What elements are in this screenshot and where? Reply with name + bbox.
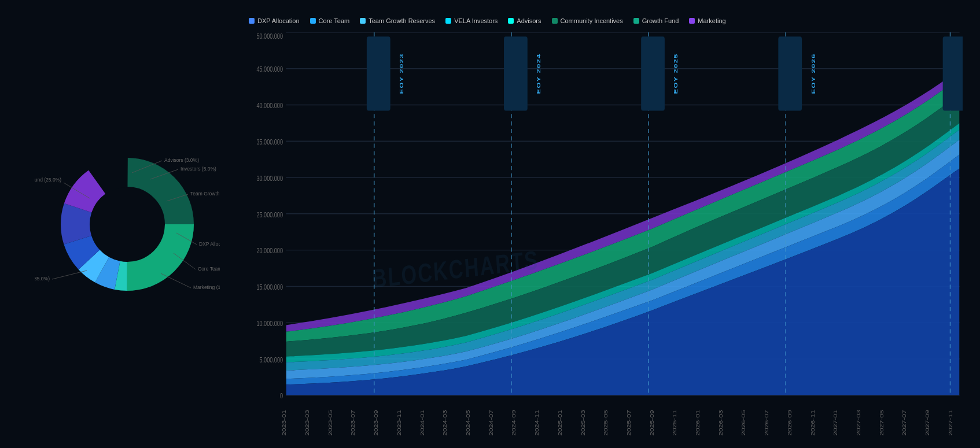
legend-item-dxp: DXP Allocation	[249, 17, 300, 24]
svg-text:2027-09: 2027-09	[924, 410, 930, 436]
svg-text:2026-03: 2026-03	[717, 410, 723, 436]
eoy-2024-badge	[504, 36, 528, 110]
legend-color-growthfund	[633, 18, 639, 24]
legend-item-teamgrowth: Team Growth Reserves	[360, 17, 435, 24]
svg-text:2025-03: 2025-03	[580, 410, 585, 436]
donut-label-investors: Investors (5.0%)	[180, 166, 216, 172]
legend-label-dxp: DXP Allocation	[257, 17, 300, 24]
svg-text:2027-05: 2027-05	[878, 410, 884, 436]
svg-line-8	[52, 271, 87, 279]
eoy-2024-label: EOY 2024	[536, 53, 541, 94]
svg-text:2024-11: 2024-11	[534, 410, 540, 436]
eoy-2027-badge	[943, 36, 963, 110]
svg-text:2024-09: 2024-09	[511, 410, 517, 436]
donut-label-advisors: Advisors (3.0%)	[164, 157, 199, 163]
donut-label-marketing: Marketing (10.0%)	[193, 284, 220, 290]
legend-color-advisors	[508, 18, 514, 24]
eoy-2026-badge	[778, 36, 802, 110]
legend-item-coreteam: Core Team	[310, 17, 350, 24]
eoy-2025-badge	[641, 36, 665, 110]
svg-text:45.000.000: 45.000.000	[256, 65, 283, 73]
eoy-2023-label: EOY 2023	[399, 53, 404, 94]
legend-color-community	[552, 18, 558, 24]
x-axis-labels: 2023-01 2023-03 2023-05 2023-07 2023-09 …	[281, 410, 953, 436]
svg-text:10.000.000: 10.000.000	[256, 320, 283, 328]
svg-text:2027-11: 2027-11	[947, 410, 953, 436]
eoy-2026-label: EOY 2026	[810, 53, 816, 94]
svg-text:2024-07: 2024-07	[488, 410, 493, 436]
donut-label-coreteam: Core Team (10.0%)	[198, 266, 220, 272]
donut-svg: Community Incentives (35.0%) Growth Fund…	[35, 132, 220, 317]
svg-text:2026-07: 2026-07	[764, 410, 769, 436]
svg-text:20.000.000: 20.000.000	[256, 247, 283, 255]
svg-text:2023-03: 2023-03	[304, 410, 310, 436]
donut-chart: Community Incentives (35.0%) Growth Fund…	[35, 132, 220, 317]
svg-text:2027-03: 2027-03	[855, 410, 861, 436]
svg-text:2024-01: 2024-01	[419, 410, 425, 436]
donut-hole	[90, 187, 164, 261]
chart-legend: DXP Allocation Core Team Team Growth Res…	[249, 17, 963, 24]
legend-color-coreteam	[310, 18, 316, 24]
svg-text:2025-09: 2025-09	[649, 410, 654, 436]
legend-color-dxp	[249, 18, 255, 24]
donut-section: Community Incentives (35.0%) Growth Fund…	[17, 132, 237, 317]
svg-text:30.000.000: 30.000.000	[256, 174, 283, 182]
svg-text:2026-05: 2026-05	[740, 410, 746, 436]
svg-text:2024-05: 2024-05	[465, 410, 471, 436]
donut-label-community: Community Incentives (35.0%)	[35, 276, 50, 282]
legend-item-marketing: Marketing	[689, 17, 725, 24]
svg-text:2026-11: 2026-11	[809, 410, 815, 436]
svg-text:2023-01: 2023-01	[281, 410, 287, 436]
svg-text:2025-05: 2025-05	[603, 410, 609, 436]
legend-item-growthfund: Growth Fund	[633, 17, 679, 24]
svg-text:2023-07: 2023-07	[350, 410, 356, 436]
donut-label-dxp: DXP Allocation (7.0%)	[199, 241, 220, 247]
legend-label-community: Community Incentives	[561, 17, 623, 24]
legend-color-marketing	[689, 18, 695, 24]
legend-label-vela: VELA Investors	[454, 17, 498, 24]
legend-label-growthfund: Growth Fund	[642, 17, 679, 24]
legend-item-vela: VELA Investors	[445, 17, 498, 24]
legend-label-advisors: Advisors	[517, 17, 541, 24]
svg-text:2023-09: 2023-09	[373, 410, 379, 436]
svg-text:2023-11: 2023-11	[396, 410, 401, 436]
area-chart-container: 0 5.000.000 10.000.000 15.000.000 20.000…	[249, 32, 963, 436]
legend-label-coreteam: Core Team	[319, 17, 350, 24]
legend-color-teamgrowth	[360, 18, 366, 24]
legend-item-community: Community Incentives	[552, 17, 623, 24]
svg-text:2027-07: 2027-07	[901, 410, 907, 436]
eoy-2025-label: EOY 2025	[673, 53, 679, 94]
legend-item-advisors: Advisors	[508, 17, 541, 24]
svg-text:15.000.000: 15.000.000	[256, 283, 283, 291]
eoy-2023-badge	[367, 36, 390, 110]
chart-section: DXP Allocation Core Team Team Growth Res…	[249, 12, 963, 436]
svg-text:35.000.000: 35.000.000	[256, 138, 283, 146]
legend-color-vela	[445, 18, 451, 24]
svg-line-15	[161, 273, 191, 288]
donut-label-teamgrowth: Team Growth (5.0%)	[190, 191, 220, 197]
area-chart-svg: 0 5.000.000 10.000.000 15.000.000 20.000…	[249, 32, 963, 436]
svg-text:5.000.000: 5.000.000	[259, 356, 283, 364]
donut-label-growthfund: Growth Fund (25.0%)	[35, 177, 61, 183]
svg-text:40.000.000: 40.000.000	[256, 102, 283, 110]
svg-text:50.000.000: 50.000.000	[256, 32, 283, 40]
svg-text:2026-09: 2026-09	[786, 410, 792, 436]
svg-text:2025-01: 2025-01	[557, 410, 562, 436]
svg-text:2027-01: 2027-01	[832, 410, 838, 436]
svg-text:0: 0	[280, 392, 283, 400]
svg-text:25.000.000: 25.000.000	[256, 210, 283, 219]
svg-text:2024-03: 2024-03	[442, 410, 448, 436]
svg-text:2023-05: 2023-05	[327, 410, 333, 436]
legend-label-marketing: Marketing	[698, 17, 725, 24]
svg-text:2026-01: 2026-01	[695, 410, 701, 436]
legend-label-teamgrowth: Team Growth Reserves	[369, 17, 435, 24]
main-container: Community Incentives (35.0%) Growth Fund…	[0, 0, 980, 448]
svg-text:2025-11: 2025-11	[672, 410, 677, 436]
svg-text:2025-07: 2025-07	[625, 410, 631, 436]
